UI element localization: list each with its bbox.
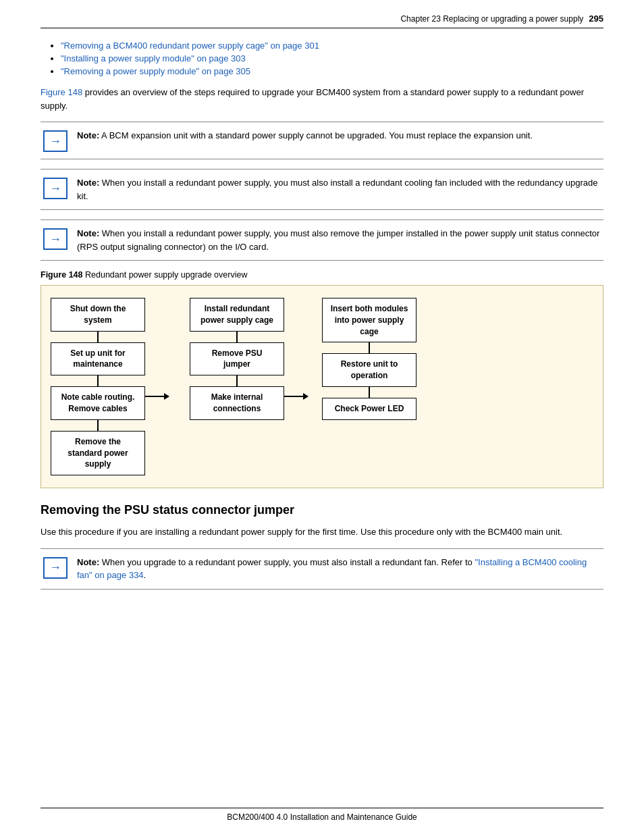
connector-7 <box>369 387 370 398</box>
chapter-title: Chapter 23 Replacing or upgrading a powe… <box>400 14 583 24</box>
connector-3 <box>97 420 99 431</box>
arrow-1-2 <box>145 307 169 485</box>
diagram-wrapper: Shut down the system Set up unit for mai… <box>51 298 417 475</box>
diag-box-install-cage: Install redundant power supply cage <box>190 298 284 332</box>
list-item: "Removing a BCM400 redundant power suppl… <box>61 41 603 51</box>
note-box-2: → Note: When you install a redundant pow… <box>41 169 603 210</box>
diag-box-remove-jumper: Remove PSU jumper <box>190 342 284 376</box>
page-number: 295 <box>589 14 603 24</box>
note-text-3: Note: When you install a redundant power… <box>77 227 603 253</box>
note-text-1: Note: A BCM expansion unit with a standa… <box>77 129 533 142</box>
note-box-1: → Note: A BCM expansion unit with a stan… <box>41 122 603 159</box>
diag-box-shutdown: Shut down the system <box>51 298 145 332</box>
note-text-2: Note: When you install a redundant power… <box>77 176 603 203</box>
section-heading: Removing the PSU status connector jumper <box>41 503 603 517</box>
diag-box-cables: Note cable routing. Remove cables <box>51 386 145 420</box>
connector-2 <box>97 375 99 386</box>
link-installing-module[interactable]: "Installing a power supply module" on pa… <box>61 53 246 63</box>
cooling-fan-link[interactable]: "Installing a BCM400 cooling fan" on pag… <box>77 557 587 581</box>
note-text-section: Note: When you upgrade to a redundant po… <box>77 556 603 582</box>
diagram: Shut down the system Set up unit for mai… <box>41 285 603 488</box>
section-paragraph: Use this procedure if you are installing… <box>41 525 603 539</box>
connector-4 <box>236 332 238 342</box>
note-arrow-icon-1: → <box>43 130 68 152</box>
note-box-3: → Note: When you install a redundant pow… <box>41 219 603 261</box>
figure-148-link[interactable]: Figure 148 <box>41 87 82 97</box>
diagram-col-1: Shut down the system Set up unit for mai… <box>51 298 145 475</box>
arrow-2-3 <box>284 307 308 485</box>
intro-paragraph: Figure 148 provides an overview of the s… <box>41 86 603 112</box>
page-header: Chapter 23 Replacing or upgrading a powe… <box>41 14 603 28</box>
link-removing-cage[interactable]: "Removing a BCM400 redundant power suppl… <box>61 41 319 51</box>
note-box-section: → Note: When you upgrade to a redundant … <box>41 548 603 590</box>
note-arrow-icon-section: → <box>43 557 68 579</box>
list-item: "Installing a power supply module" on pa… <box>61 53 603 63</box>
figure-label: Figure 148 Redundant power supply upgrad… <box>41 270 603 280</box>
link-removing-module[interactable]: "Removing a power supply module" on page… <box>61 66 250 76</box>
note-arrow-icon-2: → <box>43 178 68 199</box>
diagram-col-3: Insert both modules into power supply ca… <box>322 298 417 420</box>
link-list: "Removing a BCM400 redundant power suppl… <box>61 41 603 76</box>
diag-box-setup: Set up unit for maintenance <box>51 342 145 376</box>
connector-1 <box>97 332 99 342</box>
intro-text: provides an overview of the steps requir… <box>41 87 584 111</box>
diag-box-check-led: Check Power LED <box>322 398 417 420</box>
diag-box-remove-psu: Remove the standard power supply <box>51 431 145 475</box>
connector-6 <box>369 342 370 353</box>
diag-box-insert-modules: Insert both modules into power supply ca… <box>322 298 417 342</box>
note-arrow-icon-3: → <box>43 228 68 250</box>
diag-box-restore: Restore unit to operation <box>322 353 417 387</box>
page-footer: BCM200/400 4.0 Installation and Maintena… <box>41 808 603 822</box>
figure-caption: Redundant power supply upgrade overview <box>85 270 247 280</box>
diagram-col-2: Install redundant power supply cage Remo… <box>190 298 284 420</box>
connector-5 <box>236 375 238 386</box>
diag-box-connections: Make internal connections <box>190 386 284 420</box>
footer-text: BCM200/400 4.0 Installation and Maintena… <box>227 812 417 822</box>
list-item: "Removing a power supply module" on page… <box>61 66 603 76</box>
